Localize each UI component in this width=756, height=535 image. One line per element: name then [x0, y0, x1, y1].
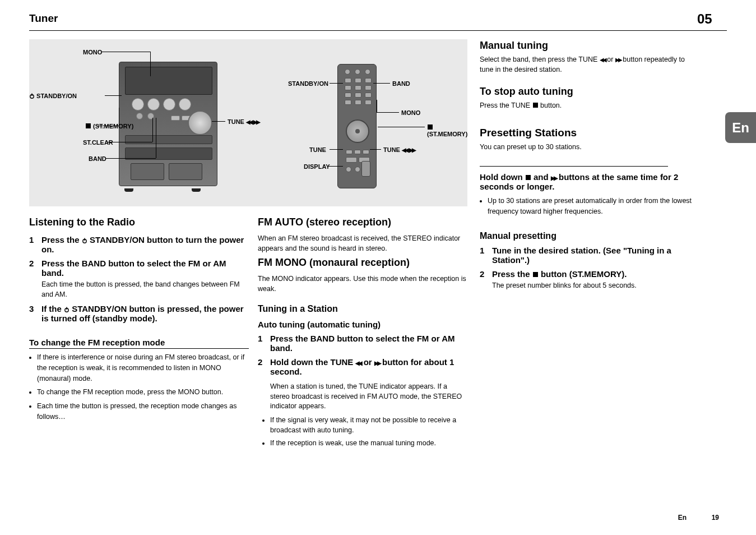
manual-tuning-header: Manual tuning: [480, 39, 699, 52]
label-stop: (ST.MEMORY): [85, 123, 133, 130]
stop-autotune-header: To stop auto tuning: [480, 85, 699, 98]
tune-explain: When a station is tuned, the TUNE indica…: [270, 382, 468, 412]
footer-lang: En: [678, 514, 687, 522]
step: 1 Tune in the desired station. (See "Tun…: [480, 246, 699, 265]
preset-header: Presetting Stations: [480, 126, 699, 140]
manual-preset-header: Manual presetting: [480, 231, 699, 241]
manual-page: Tuner 05 En MONO STANDBY/ON (ST.: [0, 0, 756, 535]
rule: [480, 166, 668, 167]
stop-autotune-text: Press the TUNE button.: [480, 100, 699, 111]
remote-label-tune-left: TUNE: [309, 146, 326, 153]
remote-label-stop: (ST.MEMORY): [427, 124, 467, 137]
remote-label-standby: STANDBY/ON: [288, 80, 328, 87]
tuning-bullets: If the signal is very weak, it may not b…: [270, 415, 468, 449]
remote-illustration: [337, 64, 377, 188]
step: 2 Press the BAND button to select the FM…: [29, 259, 249, 299]
language-tab: En: [725, 112, 756, 143]
section-listening: Listening to the Radio: [29, 216, 249, 228]
label-standby: STANDBY/ON: [29, 93, 77, 99]
remote-label-band: BAND: [392, 80, 410, 87]
step: 3 If the STANDBY/ON button is pressed, t…: [29, 304, 249, 323]
label-stclear: ST.CLEAR: [83, 139, 113, 146]
step: 2 Hold down the TUNE or button for about…: [258, 357, 468, 376]
top-rule: [29, 30, 727, 31]
left-column: Listening to the Radio 1 Press the STAND…: [29, 216, 249, 426]
auto-tuning-header: Auto tuning (automatic tuning): [258, 320, 468, 329]
section-tuning: Tuning in a Station: [258, 304, 468, 314]
figure-area: MONO STANDBY/ON (ST.MEMORY) ST.CLEAR BAN…: [29, 39, 467, 206]
label-tune: TUNE: [228, 118, 259, 125]
manual-tuning-text: Select the band, then press the TUNE or …: [480, 54, 699, 76]
chapter-title: Tuner: [29, 12, 58, 25]
note-header: To change the FM reception mode: [29, 338, 249, 349]
label-mono: MONO: [83, 49, 102, 56]
auto-preset-bullet: Up to 30 stations are preset automatical…: [480, 196, 699, 217]
right-column: Manual tuning Select the band, then pres…: [480, 39, 699, 296]
mode-fm-auto: FM AUTO (stereo reception): [258, 216, 468, 228]
note-list: If there is interference or noise during…: [29, 352, 249, 422]
remote-label-tune: TUNE: [383, 146, 415, 153]
page-number: 19: [712, 514, 719, 522]
label-band: BAND: [89, 155, 106, 162]
remote-label-display: DISPLAY: [304, 163, 330, 170]
middle-column: FM AUTO (stereo reception) When an FM st…: [258, 216, 468, 451]
auto-preset-header: Hold down and buttons at the same time f…: [480, 172, 699, 191]
preset-sub: You can preset up to 30 stations.: [480, 142, 699, 153]
mode-fm-mono: FM MONO (monaural reception): [258, 257, 468, 269]
step: 1 Press the BAND button to select the FM…: [258, 334, 468, 353]
step: 2 Press the button (ST.MEMORY).The prese…: [480, 269, 699, 291]
step: 1 Press the STANDBY/ON button to turn th…: [29, 235, 249, 254]
remote-label-mono: MONO: [401, 109, 420, 116]
chapter-number: 05: [697, 11, 712, 27]
